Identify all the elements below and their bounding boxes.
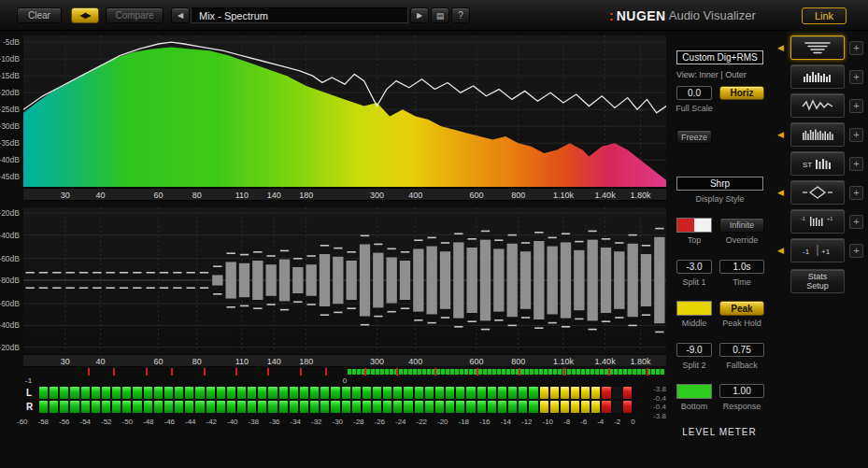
meter-segment <box>227 387 235 399</box>
top-color-swatch[interactable] <box>676 218 712 233</box>
meter-segment <box>519 401 527 413</box>
preset-add-button[interactable]: + <box>849 99 863 113</box>
meter-segment <box>404 387 412 399</box>
meter-segment <box>363 401 371 413</box>
meter-segment <box>237 387 246 399</box>
preset-vectorscope-diamond-button[interactable] <box>790 180 845 205</box>
svg-text:-1: -1 <box>801 216 805 221</box>
split2-value-field[interactable]: -9.0 <box>676 343 712 357</box>
preset-add-button[interactable]: + <box>849 128 863 142</box>
histogram-frequency-axis: 304060801101401803004006008001.10k1.40k1… <box>23 354 666 367</box>
meter-segment <box>217 401 225 413</box>
meter-segment <box>195 387 204 399</box>
stats-setup-label-line2: Setup <box>806 281 829 291</box>
frequency-label: 600 <box>470 191 484 200</box>
preset-add-button[interactable]: + <box>849 70 863 84</box>
preset-list-button[interactable]: ▤ <box>431 7 449 23</box>
meter-channel-label-left: L <box>26 388 32 398</box>
correlation-red-tick <box>204 368 206 376</box>
frequency-label: 1.10k <box>553 357 574 366</box>
preset-spectrogram-button[interactable] <box>790 122 845 147</box>
preset-select-arrow-icon[interactable]: ◀ <box>776 43 790 52</box>
preset-select-arrow-icon[interactable]: ◀ <box>776 188 790 197</box>
preset-add-button[interactable]: + <box>849 244 863 258</box>
preset-select-arrow-icon[interactable]: ◀ <box>776 130 790 139</box>
correlation-value-bar <box>348 369 664 375</box>
correlation-minus-one-label: -1 <box>25 376 32 385</box>
freeze-button[interactable]: Freeze <box>676 130 712 144</box>
preset-add-button[interactable]: + <box>849 157 863 171</box>
preset-play-button[interactable]: ▶ <box>410 7 429 23</box>
preset-histogram-bars-button[interactable] <box>790 64 845 89</box>
meter-segment <box>342 387 350 399</box>
preset-add-button[interactable]: + <box>849 186 863 200</box>
preset-name-display[interactable]: Mix - Spectrum <box>191 7 408 23</box>
meter-segment <box>102 401 110 413</box>
meter-segment <box>488 387 496 399</box>
preset-add-button[interactable]: + <box>849 215 863 229</box>
preset-stereo-meter-button[interactable]: ST <box>790 151 845 176</box>
meter-segment <box>39 401 48 413</box>
preset-select-arrow-icon[interactable]: ◀ <box>776 246 790 255</box>
brand-name: NUGEN <box>617 8 666 23</box>
frequency-label: 60 <box>153 357 163 366</box>
meter-bar-r <box>39 401 632 413</box>
vectorscope-diamond-icon <box>799 184 836 201</box>
preset-correlation-history-button[interactable]: -1+1 <box>790 209 845 234</box>
clear-button[interactable]: Clear <box>17 7 62 23</box>
preset-row: ◀-1+1+ <box>776 238 865 262</box>
meter-scale: -60-58-56-54-52-50-48-46-44-42-40-38-36-… <box>17 418 635 426</box>
toolbar: Clear ◀▶ Compare ◀ Mix - Spectrum ▶ ▤ ? … <box>0 0 868 31</box>
compare-button[interactable]: Compare <box>106 7 164 23</box>
time-label: Time <box>719 277 764 287</box>
preset-row: ◀+ <box>776 180 865 205</box>
meter-scale-label: -24 <box>395 418 406 426</box>
meter-readouts: -3.8-0.4-0.4-3.8 <box>635 385 666 421</box>
preset-prev-button[interactable]: ◀ <box>171 7 190 23</box>
preset-waveform-button[interactable] <box>790 93 845 118</box>
meter-segment <box>133 387 141 399</box>
preset-add-button[interactable]: + <box>849 41 863 55</box>
meter-scale-label: -42 <box>206 418 218 426</box>
stats-setup-button[interactable]: StatsSetup <box>790 269 845 293</box>
full-scale-label: Full Scale <box>673 104 716 113</box>
meter-scale-label: -60 <box>17 418 28 426</box>
middle-color-swatch[interactable] <box>676 301 712 316</box>
meter-segment <box>290 387 298 399</box>
histogram-y-label: -40dB <box>0 231 20 240</box>
infinite-button[interactable]: Infinite <box>719 218 764 233</box>
peak-hold-button[interactable]: Peak <box>719 301 764 316</box>
frequency-label: 800 <box>511 357 525 366</box>
horiz-button[interactable]: Horiz <box>719 86 764 100</box>
fallback-value-field[interactable]: 0.75 <box>719 343 764 357</box>
view-mode-label: View: Inner | Outer <box>676 70 763 79</box>
svg-text:-1: -1 <box>803 248 810 256</box>
meter-segment <box>39 387 48 399</box>
split1-value-field[interactable]: -3.0 <box>676 260 712 274</box>
meter-scale-label: -16 <box>479 418 491 426</box>
analysis-mode-select[interactable]: Custom Dig+RMS <box>676 50 763 64</box>
link-button[interactable]: Link <box>802 7 847 24</box>
help-button[interactable]: ? <box>451 7 470 23</box>
ab-toggle-button[interactable]: ◀▶ <box>71 7 99 23</box>
preset-row: -1+1+ <box>776 209 865 234</box>
meter-segment <box>529 401 537 413</box>
bottom-color-swatch[interactable] <box>676 384 712 399</box>
meter-segment <box>446 401 454 413</box>
meter-segment <box>477 401 486 413</box>
meter-segment <box>112 401 121 413</box>
time-value-field[interactable]: 1.0s <box>719 260 764 274</box>
correlation-red-tick <box>300 368 302 376</box>
spectrum-lines-icon <box>799 39 836 56</box>
meter-scale-label: -4 <box>597 418 604 426</box>
response-value-field[interactable]: 1.00 <box>719 384 764 398</box>
meter-segment <box>331 401 339 413</box>
preset-correlation-range-button[interactable]: -1+1 <box>790 238 845 262</box>
meter-scale-label: -10 <box>543 418 554 426</box>
full-scale-value-field[interactable]: 0.0 <box>676 86 712 100</box>
correlation-red-tick <box>396 368 398 376</box>
display-style-select[interactable]: Shrp <box>676 177 763 191</box>
preset-spectrum-lines-button[interactable] <box>790 35 845 60</box>
meter-segment <box>613 387 621 399</box>
correlation-red-tick <box>519 368 520 376</box>
